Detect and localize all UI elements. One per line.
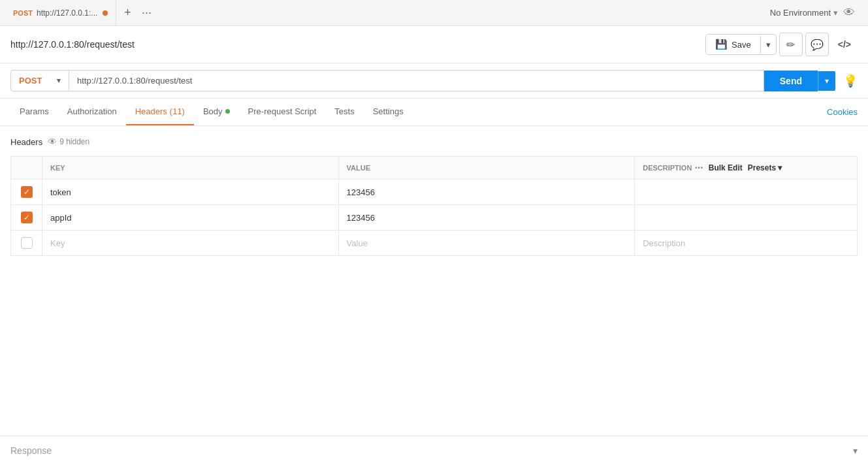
table-empty-row: Key Value Description xyxy=(11,231,858,256)
tab-authorization-label: Authorization xyxy=(67,106,117,116)
save-label: Save xyxy=(731,40,751,50)
empty-checkbox xyxy=(21,237,33,249)
tab-settings-label: Settings xyxy=(373,106,404,116)
presets-button[interactable]: Presets ▾ xyxy=(748,163,782,172)
eye-icon[interactable]: 👁 xyxy=(843,6,855,20)
hidden-count: 👁 9 hidden xyxy=(48,136,89,147)
row2-checkbox[interactable]: ✓ xyxy=(21,212,33,223)
row1-value-value: 123456 xyxy=(347,187,375,197)
row1-checkbox-cell[interactable]: ✓ xyxy=(11,180,42,205)
environment-label: No Environment xyxy=(770,8,831,18)
row2-desc-cell[interactable] xyxy=(635,205,858,231)
tab-pre-request-label: Pre-request Script xyxy=(248,106,317,116)
dirty-dot xyxy=(103,10,108,16)
save-icon: 💾 xyxy=(715,39,728,50)
table-row: ✓ token 123456 xyxy=(11,180,858,205)
tab-params[interactable]: Params xyxy=(10,99,58,125)
empty-key-placeholder: Key xyxy=(50,238,65,248)
row1-key-cell[interactable]: token xyxy=(42,180,339,205)
table-more-icon[interactable]: ··· xyxy=(694,162,703,174)
tab-headers[interactable]: Headers (11) xyxy=(126,99,194,125)
url-bar-actions: 💾 Save ▾ ✏ 💬 </> xyxy=(705,33,858,56)
headers-table: KEY VALUE DESCRIPTION ··· Bulk Edit Pres… xyxy=(10,156,858,256)
tab-headers-label: Headers xyxy=(135,106,167,116)
url-input[interactable] xyxy=(69,70,764,91)
tab-tests[interactable]: Tests xyxy=(325,99,363,125)
th-description: DESCRIPTION ··· Bulk Edit Presets ▾ xyxy=(635,157,858,180)
presets-label: Presets xyxy=(748,163,776,172)
tab-nav-right: Cookies xyxy=(827,107,858,117)
edit-button[interactable]: ✏ xyxy=(779,33,803,56)
empty-desc-placeholder: Description xyxy=(643,238,685,248)
tab-bar-right: No Environment ▾ 👁 xyxy=(770,6,863,20)
hidden-count-text: 9 hidden xyxy=(59,137,89,146)
row2-key-value: appId xyxy=(50,213,72,223)
check-icon: ✓ xyxy=(24,187,30,197)
save-button-group: 💾 Save ▾ xyxy=(705,34,777,55)
tab-settings[interactable]: Settings xyxy=(364,99,413,125)
comment-icon: 💬 xyxy=(811,39,824,51)
check-icon: ✓ xyxy=(24,213,30,222)
tab-body[interactable]: Body xyxy=(194,99,239,125)
th-checkbox xyxy=(11,157,42,180)
row2-value-value: 123456 xyxy=(347,213,375,223)
tab-bar-actions: + ··· xyxy=(116,3,159,22)
bulk-edit-button[interactable]: Bulk Edit xyxy=(706,163,745,172)
code-button[interactable]: </> xyxy=(831,35,858,54)
save-chevron-button[interactable]: ▾ xyxy=(760,36,776,54)
row1-key-value: token xyxy=(50,187,71,197)
th-description-label: DESCRIPTION xyxy=(643,164,692,172)
environment-chevron-icon: ▾ xyxy=(833,8,838,18)
row2-value-cell[interactable]: 123456 xyxy=(338,205,635,231)
row1-checkbox[interactable]: ✓ xyxy=(21,186,33,198)
method-chevron-icon: ▾ xyxy=(57,76,61,85)
tab-bar: POST http://127.0.0.1:... + ··· No Envir… xyxy=(0,0,868,26)
headers-row: Headers 👁 9 hidden xyxy=(10,133,858,151)
url-bar-row: http://127.0.0.1:80/request/test 💾 Save … xyxy=(0,26,868,63)
tab-pre-request[interactable]: Pre-request Script xyxy=(239,99,326,125)
row1-value-cell[interactable]: 123456 xyxy=(338,180,635,205)
send-chevron-button[interactable]: ▾ xyxy=(818,71,835,91)
more-tabs-button[interactable]: ··· xyxy=(139,3,154,22)
request-url-display: http://127.0.0.1:80/request/test xyxy=(10,39,700,50)
row2-key-cell[interactable]: appId xyxy=(42,205,339,231)
tab-tests-label: Tests xyxy=(334,106,354,116)
cookies-link[interactable]: Cookies xyxy=(827,107,858,117)
lightbulb-icon: 💡 xyxy=(843,74,858,88)
body-dot-indicator xyxy=(225,109,230,114)
th-value: VALUE xyxy=(338,157,635,180)
empty-checkbox-cell xyxy=(11,231,42,256)
eye-hidden-icon: 👁 xyxy=(48,136,57,147)
method-selector[interactable]: POST ▾ xyxy=(10,70,69,91)
table-row: ✓ appId 123456 xyxy=(11,205,858,231)
environment-selector[interactable]: No Environment ▾ xyxy=(770,8,838,18)
add-tab-button[interactable]: + xyxy=(121,3,134,22)
tab-authorization[interactable]: Authorization xyxy=(58,99,126,125)
lightbulb-button[interactable]: 💡 xyxy=(843,74,858,88)
save-button[interactable]: 💾 Save xyxy=(706,35,760,54)
empty-value-cell[interactable]: Value xyxy=(338,231,635,256)
comment-button[interactable]: 💬 xyxy=(805,33,829,56)
headers-label: Headers xyxy=(10,137,42,147)
th-actions: DESCRIPTION ··· Bulk Edit Presets ▾ xyxy=(643,162,849,174)
tab-body-label: Body xyxy=(203,106,223,116)
send-button-group: Send ▾ xyxy=(764,71,835,91)
send-button[interactable]: Send xyxy=(764,71,818,91)
active-tab[interactable]: POST http://127.0.0.1:... xyxy=(5,0,116,26)
headers-section: Headers 👁 9 hidden KEY VALUE DESCRIPTION… xyxy=(0,126,868,256)
tab-headers-badge: (11) xyxy=(170,106,185,116)
method-label: POST xyxy=(19,76,42,86)
presets-chevron-icon: ▾ xyxy=(778,163,782,172)
th-key: KEY xyxy=(42,157,339,180)
tab-method-badge: POST xyxy=(13,9,33,17)
empty-key-cell[interactable]: Key xyxy=(42,231,339,256)
row1-desc-cell[interactable] xyxy=(635,180,858,205)
tab-url: http://127.0.0.1:... xyxy=(37,8,97,18)
request-row: POST ▾ Send ▾ 💡 xyxy=(0,63,868,99)
empty-value-placeholder: Value xyxy=(347,238,368,248)
empty-desc-cell[interactable]: Description xyxy=(635,231,858,256)
tabs-nav: Params Authorization Headers (11) Body P… xyxy=(0,99,868,126)
tab-params-label: Params xyxy=(20,106,49,116)
row2-checkbox-cell[interactable]: ✓ xyxy=(11,205,42,231)
